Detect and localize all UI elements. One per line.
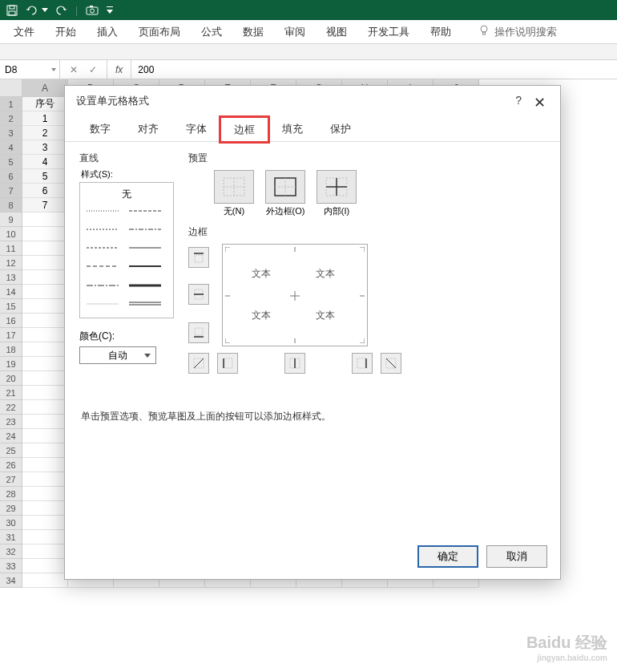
undo-icon[interactable]: [26, 5, 38, 16]
row-header[interactable]: 5: [0, 155, 22, 169]
border-diag-down-button[interactable]: [381, 353, 401, 374]
row-header[interactable]: 34: [0, 573, 22, 588]
qat-dropdown-icon[interactable]: [42, 8, 48, 13]
cell[interactable]: [22, 400, 68, 415]
select-all-corner[interactable]: [0, 79, 22, 97]
cell[interactable]: [22, 328, 68, 342]
row-header[interactable]: 7: [0, 184, 22, 198]
row-header[interactable]: 11: [0, 241, 22, 256]
line-style-picker[interactable]: 无: [79, 182, 174, 318]
line-style-option[interactable]: [87, 225, 124, 234]
cell[interactable]: [22, 357, 68, 371]
tab-file[interactable]: 文件: [12, 20, 36, 44]
row-header[interactable]: 18: [0, 342, 22, 357]
cell[interactable]: 4: [22, 155, 68, 169]
redo-icon[interactable]: [56, 5, 67, 16]
cell[interactable]: 3: [22, 140, 68, 155]
border-preview[interactable]: 文本 文本 文本 文本: [222, 244, 368, 346]
tab-home[interactable]: 开始: [54, 20, 78, 44]
row-header[interactable]: 26: [0, 458, 22, 472]
dlg-tab-alignment[interactable]: 对齐: [124, 116, 172, 141]
dialog-help-button[interactable]: ?: [515, 94, 522, 107]
col-header-a[interactable]: A: [22, 79, 68, 97]
cell[interactable]: [22, 285, 68, 299]
row-header[interactable]: 23: [0, 415, 22, 429]
cancel-button[interactable]: 取消: [486, 545, 547, 568]
cell[interactable]: [22, 299, 68, 314]
line-style-option[interactable]: [87, 206, 124, 216]
tab-insert[interactable]: 插入: [95, 20, 119, 44]
border-vmiddle-button[interactable]: [284, 353, 305, 374]
cell[interactable]: [22, 559, 68, 573]
cell[interactable]: [22, 342, 68, 357]
preset-outline-button[interactable]: [265, 170, 305, 204]
row-header[interactable]: 31: [0, 530, 22, 544]
line-style-option[interactable]: [129, 261, 167, 271]
cell[interactable]: [22, 501, 68, 516]
cell[interactable]: [22, 415, 68, 429]
row-header[interactable]: 20: [0, 371, 22, 386]
row-header[interactable]: 4: [0, 140, 22, 155]
row-header[interactable]: 3: [0, 126, 22, 140]
ok-button[interactable]: 确定: [417, 545, 478, 568]
border-top-button[interactable]: [188, 247, 209, 268]
row-header[interactable]: 12: [0, 256, 22, 270]
cell[interactable]: [22, 213, 68, 227]
tab-pagelayout[interactable]: 页面布局: [137, 20, 182, 44]
save-icon[interactable]: [6, 5, 18, 16]
cell[interactable]: [22, 458, 68, 472]
row-header[interactable]: 8: [0, 198, 22, 213]
dlg-tab-border[interactable]: 边框: [220, 117, 268, 142]
row-header[interactable]: 30: [0, 516, 22, 530]
row-header[interactable]: 27: [0, 472, 22, 487]
cell[interactable]: [22, 530, 68, 544]
line-style-option[interactable]: [87, 243, 124, 253]
row-header[interactable]: 32: [0, 544, 22, 559]
cell[interactable]: 2: [22, 126, 68, 140]
border-right-button[interactable]: [352, 353, 373, 374]
row-header[interactable]: 33: [0, 559, 22, 573]
cell[interactable]: [22, 371, 68, 386]
dlg-tab-fill[interactable]: 填充: [268, 116, 317, 141]
tell-me-search[interactable]: 操作说明搜索: [478, 25, 557, 39]
cell[interactable]: [22, 516, 68, 530]
border-bottom-button[interactable]: [188, 322, 209, 343]
row-header[interactable]: 16: [0, 314, 22, 328]
cell[interactable]: 5: [22, 169, 68, 184]
row-header[interactable]: 6: [0, 169, 22, 184]
row-header[interactable]: 10: [0, 227, 22, 241]
tab-formulas[interactable]: 公式: [200, 20, 224, 44]
row-header[interactable]: 28: [0, 487, 22, 501]
cell[interactable]: [22, 227, 68, 241]
dlg-tab-number[interactable]: 数字: [76, 116, 124, 141]
cell[interactable]: 7: [22, 198, 68, 213]
dialog-close-button[interactable]: ✕: [529, 92, 550, 113]
cell[interactable]: [22, 573, 68, 588]
cell[interactable]: [22, 487, 68, 501]
preset-inside-button[interactable]: [317, 170, 357, 204]
cell[interactable]: [22, 544, 68, 559]
cell[interactable]: [22, 314, 68, 328]
dialog-title-bar[interactable]: 设置单元格格式 ? ✕: [65, 86, 560, 116]
border-hmiddle-button[interactable]: [188, 284, 209, 305]
line-style-option[interactable]: [129, 281, 167, 290]
enter-icon[interactable]: ✓: [89, 64, 97, 75]
camera-icon[interactable]: [86, 6, 99, 15]
cell[interactable]: [22, 270, 68, 285]
color-dropdown[interactable]: 自动: [79, 346, 156, 364]
formula-input[interactable]: 200: [131, 60, 617, 79]
tab-help[interactable]: 帮助: [429, 20, 453, 44]
line-style-option[interactable]: [87, 281, 124, 290]
border-diag-up-button[interactable]: [188, 353, 209, 374]
cell[interactable]: 1: [22, 111, 68, 126]
row-header[interactable]: 14: [0, 285, 22, 299]
line-style-option[interactable]: [129, 299, 167, 309]
cell[interactable]: 6: [22, 184, 68, 198]
line-style-option[interactable]: [129, 206, 167, 216]
fx-icon[interactable]: fx: [107, 60, 131, 79]
row-header[interactable]: 19: [0, 357, 22, 371]
row-header[interactable]: 17: [0, 328, 22, 342]
row-header[interactable]: 22: [0, 400, 22, 415]
cell[interactable]: [22, 241, 68, 256]
row-header[interactable]: 1: [0, 97, 22, 111]
